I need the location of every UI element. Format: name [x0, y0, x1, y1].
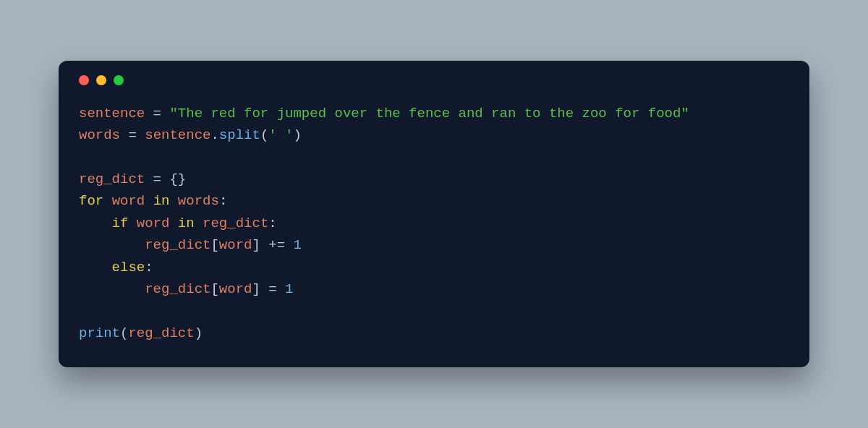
operator-token: = — [145, 171, 169, 187]
punct-token: ) — [195, 325, 203, 341]
string-token: ' ' — [268, 127, 293, 143]
operator-token: = — [268, 281, 276, 297]
punct-token: [ — [210, 237, 218, 253]
code-block: sentence = "The red for jumped over the … — [79, 103, 789, 344]
code-line-6: if word in reg_dict: — [79, 215, 277, 231]
keyword-token: for — [79, 193, 103, 209]
punct-token: ] — [252, 237, 260, 253]
keyword-token: else — [112, 260, 145, 275]
code-line-9: reg_dict[word] = 1 — [79, 281, 293, 297]
window-titlebar — [79, 75, 789, 85]
punct-token: ] — [252, 281, 260, 297]
call-token: split — [219, 127, 260, 143]
variable-token: reg_dict — [145, 281, 210, 297]
string-token: "The red for jumped over the fence and r… — [169, 106, 689, 121]
variable-token: word — [112, 193, 145, 209]
variable-token: reg_dict — [128, 325, 194, 341]
maximize-icon[interactable] — [114, 75, 124, 85]
code-window: sentence = "The red for jumped over the … — [59, 61, 809, 367]
minimize-icon[interactable] — [96, 75, 106, 85]
code-line-4: reg_dict = {} — [79, 171, 186, 187]
code-line-2: words = sentence.split(' ') — [79, 127, 302, 143]
variable-token: word — [219, 281, 252, 297]
keyword-token: if — [112, 215, 129, 231]
variable-token: sentence — [79, 106, 145, 121]
code-line-1: sentence = "The red for jumped over the … — [79, 106, 689, 121]
punct-token: [ — [210, 281, 218, 297]
number-token: 1 — [285, 281, 293, 297]
keyword-token: in — [178, 215, 195, 231]
variable-token: words — [178, 193, 219, 209]
punct-token: ( — [260, 127, 268, 143]
variable-token: reg_dict — [79, 171, 145, 187]
punct-token: . — [210, 127, 218, 143]
variable-token: sentence — [145, 127, 210, 143]
punct-token: : — [219, 193, 227, 209]
variable-token: reg_dict — [203, 215, 268, 231]
variable-token: word — [219, 237, 252, 253]
close-icon[interactable] — [79, 75, 89, 85]
punct-token: ( — [120, 325, 128, 341]
code-line-5: for word in words: — [79, 193, 227, 209]
operator-token: = — [145, 106, 169, 121]
punct-token: : — [145, 260, 153, 275]
code-line-7: reg_dict[word] += 1 — [79, 237, 302, 253]
number-token: 1 — [293, 237, 301, 253]
variable-token: word — [137, 215, 170, 231]
variable-token: reg_dict — [145, 237, 210, 253]
code-line-8: else: — [79, 260, 153, 275]
punct-token: ) — [294, 127, 302, 143]
operator-token: += — [268, 237, 285, 253]
code-line-11: print(reg_dict) — [79, 325, 203, 341]
brace-token: {} — [169, 171, 186, 187]
operator-token: = — [120, 127, 145, 143]
keyword-token: in — [153, 193, 170, 209]
variable-token: words — [79, 127, 120, 143]
punct-token: : — [268, 215, 276, 231]
call-token: print — [79, 325, 120, 341]
